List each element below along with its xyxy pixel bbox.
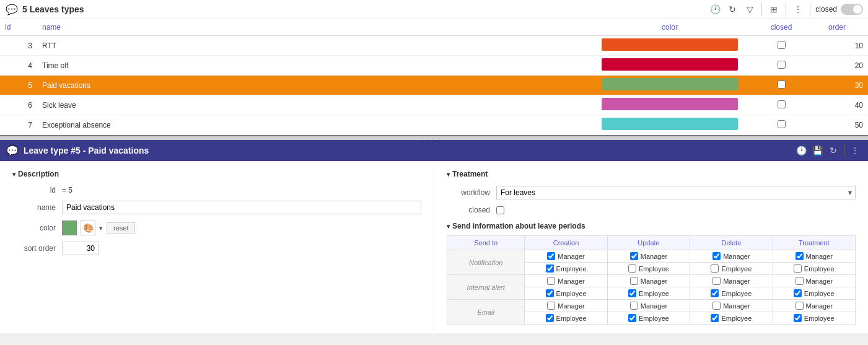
closed-toggle[interactable] [841,4,863,15]
checkbox-manager-3[interactable] [796,302,804,310]
table-row[interactable]: 3 RTT 10 [0,36,868,56]
cell-color [583,36,756,56]
cell-closed[interactable] [756,36,806,56]
filter-icon[interactable]: ▽ [743,2,756,16]
workflow-row: workflow For leaves [447,186,856,199]
top-header: 💬 5 Leaves types 🕐 ↻ ▽ ⊞ ⋮ closed [0,0,868,19]
checkbox-manager-1[interactable] [630,302,638,310]
workflow-select-wrapper: For leaves [496,186,856,199]
row-closed-checkbox[interactable] [778,61,786,69]
top-header-right: 🕐 ↻ ▽ ⊞ ⋮ closed [708,2,863,16]
closed-checkbox[interactable] [496,206,504,214]
checkbox-manager-1[interactable] [630,252,638,260]
name-input[interactable] [62,201,421,214]
cell-closed[interactable] [756,56,806,76]
row-closed-checkbox[interactable] [778,81,786,89]
divider3 [810,3,810,15]
table-row[interactable]: 7 Exceptional absence 50 [0,115,868,135]
checkbox-employee-0[interactable] [546,314,554,322]
table-header-row: id name color closed order [0,19,868,36]
table-row[interactable]: 6 Sick leave 40 [0,95,868,115]
top-panel-title: 5 Leaves types [22,4,84,14]
right-section: Treatment workflow For leaves closed Sen… [434,161,868,333]
table-row[interactable]: 4 Time off 20 [0,56,868,76]
table-row[interactable]: 5 Paid vacations 30 [0,76,868,95]
sort-order-label: sort order [12,244,62,253]
checkbox-employee-2[interactable] [711,264,719,273]
cell-name: Exceptional absence [37,115,583,135]
closed-label: closed [447,206,496,214]
send-col-delete: Delete [690,236,773,250]
refresh-icon[interactable]: ↻ [726,2,739,16]
cell-id: 7 [0,115,37,135]
send-cell-employee-3: Employee [773,287,855,300]
reset-button[interactable]: reset [107,222,135,234]
form-history-icon[interactable]: 🕐 [794,144,808,157]
checkbox-employee-3[interactable] [794,314,802,322]
send-cell-manager-0: Manager [525,250,607,263]
checkbox-manager-0[interactable] [547,277,555,285]
checkbox-manager-3[interactable] [796,277,804,285]
checkbox-manager-0[interactable] [547,252,555,260]
checkbox-employee-2[interactable] [711,314,719,322]
color-swatch [602,118,738,130]
send-cell-employee-3: Employee [773,312,855,325]
checkbox-employee-2[interactable] [711,289,719,297]
send-cell-manager-3: Manager [773,300,855,312]
workflow-select[interactable]: For leaves [496,186,856,199]
divider [761,3,762,15]
cell-closed[interactable] [756,95,806,115]
checkbox-manager-2[interactable] [712,302,721,310]
form-more-icon[interactable]: ⋮ [848,144,862,157]
divider2 [786,3,786,15]
cell-closed[interactable] [756,76,806,95]
col-header-order[interactable]: order [806,19,868,36]
send-cell-manager-3: Manager [773,275,855,287]
history-icon[interactable]: 🕐 [708,2,722,16]
row-closed-checkbox[interactable] [778,120,786,128]
checkbox-employee-0[interactable] [546,289,554,297]
checkbox-employee-3[interactable] [794,289,802,297]
color-swatch-green[interactable] [62,221,77,235]
col-header-id[interactable]: id [0,19,37,36]
app-logo-icon: 💬 [5,2,19,16]
cell-closed[interactable] [756,115,806,135]
row-closed-checkbox[interactable] [778,100,786,108]
checkbox-manager-3[interactable] [796,252,804,260]
checkbox-manager-2[interactable] [712,252,721,260]
cell-order: 40 [806,95,868,115]
send-to-cell: Notification [447,250,525,275]
checkbox-employee-0[interactable] [546,264,554,273]
checkbox-employee-1[interactable] [628,314,636,322]
send-info-section: Send information about leave periods Sen… [447,222,856,325]
checkbox-manager-1[interactable] [630,277,638,285]
top-header-left: 💬 5 Leaves types [5,2,84,16]
col-header-color[interactable]: color [583,19,756,36]
col-header-closed[interactable]: closed [756,19,806,36]
checkbox-employee-3[interactable] [794,264,802,273]
send-col-treatment: Treatment [773,236,855,250]
checkbox-manager-0[interactable] [547,302,555,310]
form-save-icon[interactable]: 💾 [810,144,824,157]
form-title: Leave type #5 - Paid vacations [24,146,149,155]
closed-row: closed [447,206,856,214]
send-table: Send to Creation Update Delete Treatment… [447,235,856,325]
more-icon[interactable]: ⋮ [791,2,805,16]
col-header-name[interactable]: name [37,19,583,36]
color-palette-icon[interactable]: 🎨 [81,221,95,235]
send-cell-employee-0: Employee [525,312,607,325]
columns-icon[interactable]: ⊞ [767,2,781,16]
checkbox-employee-1[interactable] [628,264,636,273]
treatment-title: Treatment [447,170,856,178]
row-closed-checkbox[interactable] [778,41,786,49]
cell-id: 4 [0,56,37,76]
color-dropdown-arrow[interactable]: ▾ [99,224,103,232]
send-cell-employee-0: Employee [525,287,607,300]
cell-name: Sick leave [37,95,583,115]
sort-order-input[interactable] [62,242,99,255]
id-label: id [12,186,62,194]
leaves-table: id name color closed order 3 RTT 10 4 Ti… [0,19,868,135]
checkbox-manager-2[interactable] [712,277,721,285]
form-refresh-icon[interactable]: ↻ [826,144,840,157]
checkbox-employee-1[interactable] [628,289,636,297]
